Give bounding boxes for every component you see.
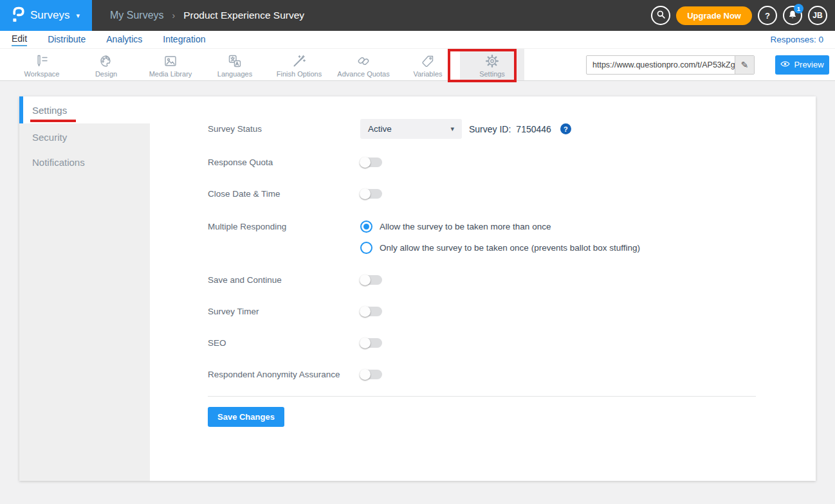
save-continue-row: Save and Continue — [208, 275, 756, 285]
tab-distribute[interactable]: Distribute — [48, 34, 86, 46]
toggle-knob — [360, 338, 371, 348]
toolbar-item-design[interactable]: Design — [74, 49, 138, 80]
toggle-knob — [360, 157, 371, 168]
workspace-icon — [34, 53, 50, 69]
save-continue-toggle[interactable] — [360, 275, 382, 285]
survey-status-value: Active — [368, 124, 392, 134]
edit-toolbar: Workspace Design Media Library L — [0, 49, 835, 81]
share-url-group: https://www.questionpro.com/t/AP53kZgfo … — [586, 49, 835, 80]
multiple-responding-options: Allow the survey to be taken more than o… — [360, 221, 640, 254]
avatar-initials: JB — [812, 11, 822, 20]
responses-count[interactable]: Responses: 0 — [770, 35, 823, 44]
settings-icon — [484, 53, 500, 69]
toolbar-item-label: Media Library — [149, 70, 192, 78]
response-quota-row: Response Quota — [208, 158, 756, 167]
settings-sidebar: Settings Security Notifications — [19, 96, 150, 481]
survey-status-row: Survey Status Active ▾ Survey ID: 715044… — [208, 119, 756, 139]
notification-badge: 1 — [794, 4, 803, 14]
toggle-knob — [360, 306, 371, 317]
survey-url-field[interactable]: https://www.questionpro.com/t/AP53kZgfo … — [586, 55, 755, 75]
pencil-icon: ✎ — [741, 60, 749, 70]
finish-options-icon — [291, 53, 307, 69]
survey-nav-tabs: Edit Distribute Analytics Integration Re… — [0, 31, 835, 49]
survey-status-select[interactable]: Active ▾ — [360, 119, 462, 139]
sidebar-item-label: Settings — [32, 105, 67, 116]
seo-row: SEO — [208, 338, 756, 348]
sidebar-group: Security Notifications — [19, 123, 150, 481]
close-date-label: Close Date & Time — [208, 189, 360, 199]
design-icon — [98, 53, 114, 69]
sidebar-item-label: Security — [32, 132, 67, 143]
tab-analytics[interactable]: Analytics — [106, 34, 142, 46]
toggle-knob — [360, 369, 371, 380]
toolbar-item-label: Workspace — [24, 70, 60, 78]
radio-option-allow-multiple[interactable]: Allow the survey to be taken more than o… — [360, 221, 640, 233]
content-area: Settings Security Notifications Survey S… — [0, 81, 835, 481]
breadcrumb-separator-icon: › — [172, 10, 176, 21]
toolbar-item-media-library[interactable]: Media Library — [138, 49, 203, 80]
tab-integration[interactable]: Integration — [163, 34, 205, 46]
radio-option-label: Allow the survey to be taken more than o… — [380, 222, 551, 231]
anonymity-label: Respondent Anonymity Assurance — [208, 370, 360, 379]
question-mark-icon: ? — [765, 11, 770, 21]
survey-id-value: 7150446 — [516, 124, 551, 134]
product-name: Surveys — [30, 9, 69, 22]
survey-timer-label: Survey Timer — [208, 307, 360, 316]
chevron-down-icon: ▾ — [76, 12, 80, 20]
help-button[interactable]: ? — [758, 6, 777, 25]
toolbar-item-settings[interactable]: Settings — [460, 49, 524, 80]
chevron-down-icon: ▾ — [450, 125, 454, 133]
eye-icon — [780, 60, 790, 69]
anonymity-toggle[interactable] — [360, 370, 382, 379]
toolbar-item-workspace[interactable]: Workspace — [10, 49, 74, 80]
notifications-button[interactable]: 1 — [783, 6, 802, 25]
multiple-responding-label: Multiple Responding — [208, 221, 360, 231]
radio-option-only-once[interactable]: Only allow the survey to be taken once (… — [360, 242, 640, 254]
toolbar-item-label: Settings — [479, 70, 505, 78]
multiple-responding-row: Multiple Responding Allow the survey to … — [208, 221, 756, 254]
toolbar-item-advance-quotas[interactable]: Advance Quotas — [331, 49, 396, 80]
toolbar-item-label: Variables — [413, 70, 442, 78]
sidebar-item-label: Notifications — [32, 157, 85, 168]
breadcrumb-my-surveys[interactable]: My Surveys — [110, 10, 164, 21]
tab-edit[interactable]: Edit — [12, 33, 27, 46]
toolbar-item-label: Advance Quotas — [337, 70, 389, 78]
questionpro-logo-icon — [12, 6, 25, 25]
close-date-row: Close Date & Time — [208, 189, 756, 199]
search-icon — [656, 9, 666, 22]
survey-url-text: https://www.questionpro.com/t/AP53kZgfo — [587, 60, 735, 69]
sidebar-item-notifications[interactable]: Notifications — [19, 150, 150, 175]
advance-quotas-icon — [356, 53, 371, 69]
survey-id-help-icon[interactable]: ? — [560, 123, 571, 134]
save-changes-button[interactable]: Save Changes — [208, 407, 284, 427]
user-avatar[interactable]: JB — [808, 6, 827, 25]
breadcrumb: My Surveys › Product Experience Survey — [110, 10, 304, 21]
preview-label: Preview — [794, 60, 823, 69]
edit-url-button[interactable]: ✎ — [735, 56, 754, 74]
toolbar-item-variables[interactable]: Variables — [396, 49, 460, 80]
sidebar-item-security[interactable]: Security — [19, 125, 150, 150]
survey-timer-toggle[interactable] — [360, 307, 382, 316]
toggle-knob — [360, 274, 371, 285]
radio-unselected-icon[interactable] — [360, 242, 372, 254]
response-quota-toggle[interactable] — [360, 158, 382, 167]
preview-button[interactable]: Preview — [775, 55, 829, 75]
close-date-toggle[interactable] — [360, 189, 382, 199]
anonymity-row: Respondent Anonymity Assurance — [208, 370, 756, 379]
upgrade-now-button[interactable]: Upgrade Now — [676, 6, 752, 25]
survey-id-label: Survey ID: — [469, 124, 511, 134]
response-quota-label: Response Quota — [208, 158, 360, 167]
settings-panel: Settings Security Notifications Survey S… — [19, 96, 816, 481]
save-continue-label: Save and Continue — [208, 275, 360, 285]
variables-icon — [420, 53, 436, 69]
top-header: Surveys ▾ My Surveys › Product Experienc… — [0, 0, 835, 31]
settings-form: Survey Status Active ▾ Survey ID: 715044… — [150, 96, 816, 481]
product-switcher[interactable]: Surveys ▾ — [0, 0, 92, 31]
sidebar-item-settings[interactable]: Settings — [19, 96, 150, 123]
radio-selected-icon[interactable] — [360, 221, 372, 233]
toolbar-item-languages[interactable]: Languages — [203, 49, 267, 80]
toolbar-item-finish-options[interactable]: Finish Options — [267, 49, 331, 80]
seo-toggle[interactable] — [360, 338, 382, 348]
settings-annotation-underline — [30, 120, 76, 122]
search-button[interactable] — [651, 6, 670, 25]
